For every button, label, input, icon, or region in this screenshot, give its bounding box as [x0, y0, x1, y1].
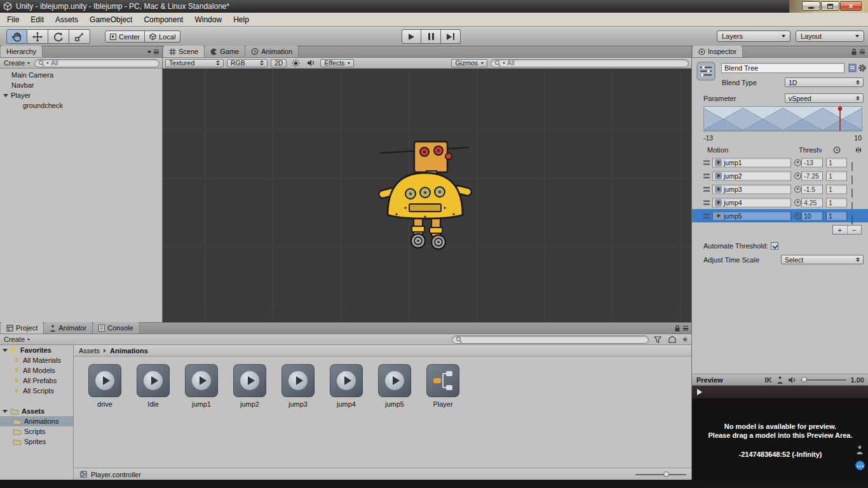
menu-component[interactable]: Component — [138, 13, 189, 26]
timescale-field[interactable]: 1 — [826, 171, 847, 180]
motion-object-field[interactable]: jump3 — [712, 184, 791, 194]
foldout-icon[interactable] — [3, 349, 8, 352]
timescale-field[interactable]: 1 — [826, 198, 847, 207]
preview-audio-icon[interactable] — [788, 376, 796, 384]
automate-threshold-checkbox[interactable] — [771, 242, 778, 250]
object-picker-icon[interactable] — [794, 172, 801, 179]
preview-speed-slider[interactable] — [801, 379, 846, 381]
effects-dropdown[interactable]: Effects — [320, 59, 354, 67]
threshold-field[interactable]: -7.25 — [801, 171, 823, 180]
tab-scene[interactable]: Scene — [163, 46, 205, 57]
object-picker-icon[interactable] — [794, 212, 801, 219]
lighting-toggle[interactable] — [290, 59, 302, 67]
gizmos-dropdown[interactable]: Gizmos — [451, 59, 487, 67]
mirror-checkbox[interactable] — [851, 215, 853, 224]
tree-item-player[interactable]: Player — [0, 90, 162, 100]
panel-menu-button[interactable] — [674, 323, 691, 334]
hand-tool-button[interactable] — [6, 29, 27, 44]
asset-player-controller[interactable]: Player — [419, 364, 467, 408]
asset-jump5[interactable]: jump5 — [370, 364, 419, 408]
panel-menu-button[interactable] — [147, 46, 162, 57]
motion-row-jump3[interactable]: jump3 -1.5 1 — [692, 182, 868, 196]
motion-row-jump2[interactable]: jump2 -7.25 1 — [692, 169, 868, 182]
object-picker-icon[interactable] — [794, 159, 801, 166]
asset-drive[interactable]: drive — [81, 364, 129, 408]
favorite-all-prefabs[interactable]: ★All Prefabs — [0, 376, 73, 386]
motion-object-field[interactable]: jump1 — [712, 158, 791, 167]
menu-file[interactable]: File — [1, 13, 25, 26]
slider-knob[interactable] — [801, 377, 807, 383]
breadcrumb-current[interactable]: Animations — [110, 347, 148, 355]
pause-button[interactable] — [421, 29, 441, 44]
search-by-label-button[interactable] — [667, 336, 678, 344]
maximize-button[interactable] — [821, 1, 839, 11]
tab-game[interactable]: Game — [205, 46, 245, 57]
layout-dropdown[interactable]: Layout — [796, 30, 864, 42]
asset-jump2[interactable]: jump2 — [226, 364, 274, 408]
threshold-field[interactable]: -13 — [801, 158, 823, 167]
tab-project[interactable]: Project — [1, 322, 44, 334]
asset-name-field[interactable]: Blend Tree — [721, 63, 844, 73]
project-create-button[interactable]: Create — [3, 336, 31, 343]
asset-jump4[interactable]: jump4 — [322, 364, 370, 408]
preview-play-button[interactable] — [697, 389, 702, 395]
motion-row-jump5-selected[interactable]: jump5 10 1 — [692, 209, 868, 222]
add-motion-button[interactable]: + — [833, 226, 847, 234]
close-button[interactable]: × — [840, 1, 862, 11]
timescale-field[interactable]: 1 — [826, 184, 847, 194]
panel-menu-button[interactable] — [851, 46, 868, 57]
tab-console[interactable]: Console — [93, 322, 139, 334]
drag-handle-icon[interactable] — [703, 160, 710, 165]
timescale-field[interactable]: 1 — [826, 211, 847, 220]
folder-sprites[interactable]: Sprites — [0, 437, 73, 447]
slider-knob[interactable] — [663, 471, 669, 477]
favorite-all-scripts[interactable]: ★All Scripts — [0, 386, 73, 396]
tree-item-main-camera[interactable]: Main Camera — [0, 70, 162, 80]
motion-row-jump1[interactable]: jump1 -13 1 — [692, 156, 868, 169]
play-button[interactable] — [402, 29, 421, 44]
drag-handle-icon[interactable] — [703, 187, 710, 191]
favorite-all-materials[interactable]: ★All Materials — [0, 355, 73, 365]
ik-toggle[interactable]: IK — [765, 376, 772, 384]
scene-search-input[interactable]: All — [491, 59, 689, 67]
assets-section[interactable]: Assets — [0, 406, 73, 416]
drag-handle-icon[interactable] — [703, 214, 710, 218]
scale-tool-button[interactable] — [69, 29, 90, 44]
layers-dropdown[interactable]: Layers — [717, 30, 790, 42]
preview-area[interactable]: No model is available for preview. Pleas… — [692, 386, 868, 480]
tab-inspector[interactable]: Inspector — [693, 46, 743, 57]
tree-item-navbar[interactable]: Navbar — [0, 80, 162, 90]
minimize-button[interactable] — [802, 1, 820, 11]
foldout-icon[interactable] — [3, 410, 8, 413]
gear-icon[interactable] — [858, 64, 867, 72]
folder-animations[interactable]: Animations — [0, 416, 73, 426]
move-tool-button[interactable] — [27, 29, 48, 44]
rotate-tool-button[interactable] — [48, 29, 69, 44]
object-picker-icon[interactable] — [794, 186, 801, 193]
motion-row-jump4[interactable]: jump4 4.25 1 — [692, 196, 868, 209]
channels-dropdown[interactable]: RGB — [227, 59, 268, 67]
blend-graph[interactable] — [703, 106, 862, 132]
avatar-icon[interactable] — [856, 445, 864, 454]
project-search-input[interactable] — [452, 336, 649, 344]
tab-hierarchy[interactable]: Hierarchy — [1, 46, 43, 57]
pivot-center-button[interactable]: Center — [105, 30, 145, 43]
collab-bubble-icon[interactable] — [855, 461, 865, 470]
motion-object-field[interactable]: jump2 — [712, 171, 791, 180]
motion-object-field[interactable]: jump4 — [712, 198, 791, 207]
foldout-icon[interactable] — [3, 94, 8, 97]
threshold-field[interactable]: 10 — [801, 211, 823, 220]
menu-assets[interactable]: Assets — [50, 13, 84, 26]
parameter-dropdown[interactable]: vSpeed — [785, 93, 864, 103]
favorite-all-models[interactable]: ★All Models — [0, 365, 73, 376]
hierarchy-search-input[interactable]: All — [34, 59, 159, 67]
asset-jump1[interactable]: jump1 — [177, 364, 226, 408]
asset-jump3[interactable]: jump3 — [274, 364, 322, 408]
asset-idle[interactable]: Idle — [129, 364, 177, 408]
menu-edit[interactable]: Edit — [25, 13, 50, 26]
breadcrumb-root[interactable]: Assets — [79, 347, 100, 355]
folder-scripts[interactable]: Scripts — [0, 426, 73, 437]
create-button[interactable]: Create — [3, 59, 31, 67]
blend-type-dropdown[interactable]: 1D — [785, 78, 864, 87]
thumbnail-size-slider[interactable] — [635, 474, 686, 475]
